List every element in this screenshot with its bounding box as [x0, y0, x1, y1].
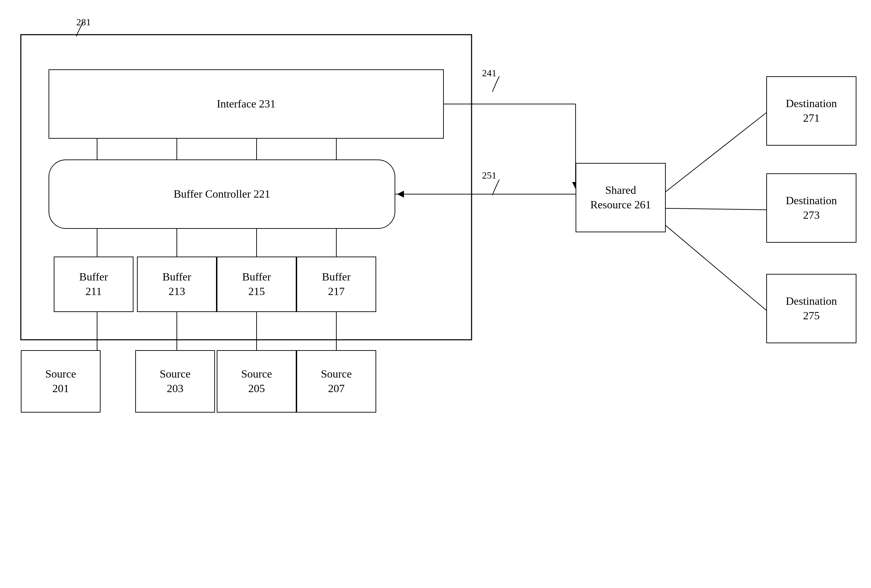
buffer-controller-box: Buffer Controller 221	[49, 160, 395, 229]
interface-box: Interface 231	[49, 69, 444, 139]
source-201-box: Source201	[21, 350, 100, 413]
svg-marker-17	[397, 191, 404, 197]
interface-label: Interface 231	[217, 97, 276, 111]
source-207-label: Source207	[321, 367, 352, 396]
dest-273-box: Destination273	[766, 174, 856, 243]
buffer-211-label: Buffer211	[79, 270, 108, 299]
label-241-line	[482, 73, 510, 94]
shared-resource-label: SharedResource 261	[590, 183, 651, 212]
source-201-label: Source201	[45, 367, 76, 396]
source-203-box: Source203	[135, 350, 215, 413]
dest-273-label: Destination273	[786, 193, 837, 222]
buffer-217-label: Buffer217	[322, 270, 351, 299]
dest-271-label: Destination271	[786, 96, 837, 125]
buffer-controller-label: Buffer Controller 221	[174, 187, 270, 201]
buffer-217-box: Buffer217	[296, 257, 376, 312]
buffer-211-box: Buffer211	[54, 257, 133, 312]
source-205-box: Source205	[217, 350, 296, 413]
buffer-215-label: Buffer215	[242, 270, 271, 299]
dest-275-box: Destination275	[766, 274, 856, 343]
label-251-line	[482, 176, 510, 197]
source-205-label: Source205	[241, 367, 272, 396]
buffer-213-box: Buffer213	[137, 257, 217, 312]
dest-271-box: Destination271	[766, 76, 856, 146]
source-203-label: Source203	[160, 367, 191, 396]
label-281-line	[63, 21, 90, 38]
shared-resource-box: SharedResource 261	[576, 163, 666, 232]
diagram: 281 Interface 231 Buffer Controller 221 …	[0, 0, 871, 588]
source-207-box: Source207	[296, 350, 376, 413]
buffer-215-box: Buffer215	[217, 257, 296, 312]
buffer-213-label: Buffer213	[163, 270, 192, 299]
dest-275-label: Destination275	[786, 294, 837, 323]
